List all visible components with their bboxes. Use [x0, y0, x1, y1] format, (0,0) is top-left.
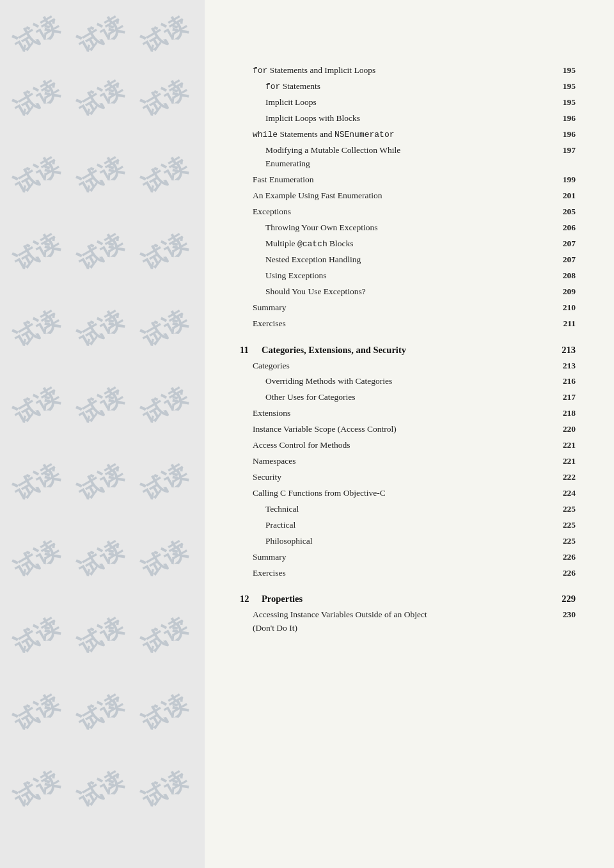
- page-content: for Statements and Implicit Loops195for …: [205, 0, 614, 868]
- watermark: 试读: [72, 150, 130, 201]
- entry-title: Should You Use Exceptions?: [265, 285, 559, 299]
- toc-entry: Philosophical225: [240, 535, 576, 548]
- chapter-12-block: 12Properties229Accessing Instance Variab…: [240, 594, 576, 635]
- entry-title: Access Control for Methods: [253, 439, 559, 452]
- toc-section-top: for Statements and Implicit Loops195for …: [240, 64, 576, 331]
- watermark: 试读: [136, 150, 194, 201]
- entry-page: 230: [563, 608, 576, 622]
- watermark: 试读: [8, 9, 66, 60]
- entry-page: 220: [563, 423, 576, 436]
- entry-page: 195: [563, 96, 576, 109]
- entry-title: Practical: [265, 519, 559, 532]
- watermark: 试读: [72, 457, 130, 508]
- entry-title: Overriding Methods with Categories: [265, 375, 559, 388]
- watermark: 试读: [8, 303, 66, 354]
- entry-title: Exceptions: [253, 205, 559, 219]
- entry-title: Namespaces: [253, 455, 559, 468]
- entry-title: Calling C Functions from Objective-C: [253, 487, 559, 500]
- entry-page: 209: [563, 285, 576, 299]
- entry-page: 225: [563, 535, 576, 548]
- chapter-page: 229: [562, 594, 576, 604]
- entry-page: 197: [563, 144, 576, 157]
- entry-title: Using Exceptions: [265, 269, 559, 283]
- entry-page: 213: [563, 359, 576, 373]
- entry-title: Technical: [265, 503, 559, 516]
- chapter-title: Categories, Extensions, and Security: [262, 345, 556, 356]
- entry-page: 195: [563, 80, 576, 93]
- chapter-11-heading: 11Categories, Extensions, and Security21…: [240, 345, 576, 356]
- watermark: 试读: [8, 73, 66, 124]
- toc-entry: Technical225: [240, 503, 576, 516]
- chapter-12-heading: 12Properties229: [240, 594, 576, 604]
- toc-entry: Accessing Instance Variables Outside of …: [240, 608, 576, 635]
- toc-entry: Multiple @catch Blocks207: [240, 237, 576, 251]
- entry-page: 226: [563, 551, 576, 564]
- entry-page: 218: [563, 407, 576, 420]
- entry-page: 222: [563, 471, 576, 484]
- entry-page: 196: [563, 128, 576, 141]
- toc-entry: Using Exceptions208: [240, 269, 576, 283]
- toc-entry: Categories213: [240, 359, 576, 373]
- watermark: 试读: [136, 226, 194, 278]
- watermark: 试读: [72, 73, 130, 124]
- toc-entry: Implicit Loops195: [240, 96, 576, 109]
- entry-title: An Example Using Fast Enumeration: [253, 189, 559, 203]
- entry-title: Summary: [253, 301, 559, 315]
- entry-title: for Statements: [265, 80, 559, 93]
- toc-entry: Extensions218: [240, 407, 576, 420]
- entry-page: 226: [563, 567, 576, 580]
- chapter-12-entries: Accessing Instance Variables Outside of …: [240, 608, 576, 635]
- entry-title: Philosophical: [265, 535, 559, 548]
- chapter-number: 12: [240, 594, 253, 604]
- entry-title: Categories: [253, 359, 559, 373]
- entry-title: Implicit Loops: [265, 96, 559, 109]
- entry-page: 206: [563, 221, 576, 235]
- toc-entry: Should You Use Exceptions?209: [240, 285, 576, 299]
- chapter-page: 213: [562, 345, 576, 356]
- entry-page: 210: [563, 301, 576, 315]
- entry-page: 205: [563, 205, 576, 219]
- entry-title: Summary: [253, 551, 559, 564]
- entry-page: 217: [563, 391, 576, 404]
- toc-entry: Access Control for Methods221: [240, 439, 576, 452]
- watermark: 试读: [136, 73, 194, 124]
- watermark: 试读: [8, 457, 66, 508]
- toc-entry: Summary226: [240, 551, 576, 564]
- entry-page: 221: [563, 455, 576, 468]
- entry-page: 207: [563, 237, 576, 251]
- toc-entry: An Example Using Fast Enumeration201: [240, 189, 576, 203]
- entry-title: Security: [253, 471, 559, 484]
- toc-entry: Practical225: [240, 519, 576, 532]
- toc-entry: Exercises226: [240, 567, 576, 580]
- toc-entry: Nested Exception Handling207: [240, 253, 576, 267]
- entry-title: Other Uses for Categories: [265, 391, 559, 404]
- watermark: 试读: [72, 533, 130, 585]
- watermark: 试读: [136, 610, 194, 661]
- toc-entry: Exercises211: [240, 317, 576, 331]
- watermark: 试读: [72, 226, 130, 278]
- entry-page: 221: [563, 439, 576, 452]
- entry-page: 225: [563, 503, 576, 516]
- watermark: 试读: [72, 610, 130, 661]
- toc-entry: Modifying a Mutable Collection While Enu…: [240, 144, 576, 171]
- watermark-area: 试读试读试读试读试读试读试读试读试读试读试读试读试读试读试读试读试读试读试读试读…: [0, 0, 205, 868]
- entry-title: Extensions: [253, 407, 559, 420]
- toc-entry: for Statements and Implicit Loops195: [240, 64, 576, 77]
- entry-page: 199: [563, 173, 576, 187]
- toc-entry: Overriding Methods with Categories216: [240, 375, 576, 388]
- entry-page: 201: [563, 189, 576, 203]
- toc-entry: Summary210: [240, 301, 576, 315]
- entry-title: Multiple @catch Blocks: [265, 237, 559, 251]
- watermark: 试读: [8, 764, 66, 815]
- entry-page: 225: [563, 519, 576, 532]
- toc-entry: for Statements195: [240, 80, 576, 93]
- toc-entry: Instance Variable Scope (Access Control)…: [240, 423, 576, 436]
- watermark: 试读: [8, 226, 66, 278]
- toc-entry: Calling C Functions from Objective-C224: [240, 487, 576, 500]
- toc-entry: Security222: [240, 471, 576, 484]
- watermark: 试读: [72, 303, 130, 354]
- watermark: 试读: [72, 687, 130, 738]
- watermark: 试读: [72, 9, 130, 60]
- watermark: 试读: [136, 303, 194, 354]
- watermark: 试读: [8, 533, 66, 585]
